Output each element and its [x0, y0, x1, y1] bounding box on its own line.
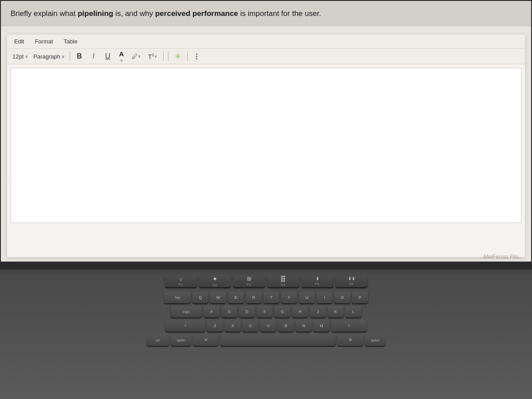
key-n[interactable]: N [296, 320, 312, 332]
highlight-button[interactable]: 🖊 ∨ [129, 51, 144, 62]
menu-table[interactable]: Table [62, 37, 79, 46]
key-shift-l[interactable]: ⇧ [165, 320, 205, 332]
key-l[interactable]: L [345, 306, 361, 317]
key-alt-l[interactable]: option [171, 334, 191, 346]
paragraph-selector[interactable]: Paragraph ∨ [31, 52, 66, 61]
superscript-button[interactable]: T2 ∨ [145, 51, 160, 62]
f1-icon: ☼ [178, 276, 183, 282]
paragraph-value: Paragraph [33, 53, 60, 60]
keyboard-area: ☼ F1 ✦ F2 ⊞ F3 [27, 270, 505, 381]
more-options-button[interactable] [191, 51, 203, 62]
question-bold1: pipelining [78, 9, 113, 18]
key-shift-r[interactable]: ⇧ [331, 320, 367, 332]
paragraph-chevron: ∨ [62, 54, 65, 59]
question-bold2: perceived performance [155, 9, 238, 18]
key-a[interactable]: A [203, 306, 219, 317]
divider-4 [187, 51, 188, 61]
key-k[interactable]: K [328, 306, 344, 317]
key-caps[interactable]: Caps [171, 306, 202, 317]
toolbar: 12pt ∨ Paragraph ∨ B I U [7, 49, 525, 64]
key-row-3: ⇧ Z X C V B N M ⇧ [27, 320, 505, 332]
question-prefix: Briefly explain what [11, 9, 78, 18]
key-row-4: ctrl option ⌘ ⌘ option [27, 334, 505, 346]
key-q[interactable]: Q [192, 292, 208, 303]
f2-icon: ✦ [212, 275, 218, 282]
divider-1 [70, 51, 70, 61]
f3-label: F3 [247, 283, 251, 287]
fn-key-row: ☼ F1 ✦ F2 ⊞ F3 [27, 275, 505, 287]
f5-label: F5 [315, 282, 319, 286]
highlight-chevron: ∨ [138, 54, 141, 59]
key-e[interactable]: E [228, 292, 244, 303]
f6-icon: ⬇⬇ [348, 276, 355, 281]
f4-key[interactable]: F4 [267, 275, 299, 287]
key-d[interactable]: D [239, 306, 255, 317]
menu-bar: Edit Format Table [7, 35, 525, 49]
highlight-icon: 🖊 [132, 53, 138, 60]
key-t[interactable]: T [263, 292, 279, 303]
key-g[interactable]: G [274, 306, 290, 317]
superscript-chevron: ∨ [154, 54, 157, 59]
question-suffix: is important for the user. [238, 9, 321, 18]
key-m[interactable]: M [313, 320, 329, 332]
f2-label: F2 [213, 283, 217, 287]
key-ctrl[interactable]: ctrl [147, 334, 169, 346]
editor-content[interactable] [11, 68, 521, 223]
key-r[interactable]: R [246, 292, 262, 303]
dots-menu-icon [194, 53, 199, 60]
flower-icon: ✳ [174, 51, 181, 61]
ai-button[interactable]: ✳ [172, 51, 184, 62]
f1-label: F1 [179, 282, 183, 286]
f6-label: F6 [349, 282, 353, 286]
bold-button[interactable]: B [73, 51, 86, 62]
key-z[interactable]: Z [207, 320, 223, 332]
key-u[interactable]: U [299, 292, 315, 303]
f4-icon-group [281, 276, 285, 282]
menu-edit[interactable]: Edit [12, 37, 26, 46]
key-o[interactable]: O [334, 292, 350, 303]
f6-key[interactable]: ⬇⬇ F6 [336, 275, 368, 287]
question-middle: is, and why [113, 9, 155, 18]
key-s[interactable]: S [221, 306, 237, 317]
f1-key[interactable]: ☼ F1 [165, 275, 197, 287]
editor-container: Edit Format Table 12pt ∨ Paragraph ∨ B [7, 35, 525, 257]
key-row-1: Tab Q W E R T Y U I O P [27, 292, 505, 303]
divider-2 [163, 51, 164, 61]
laptop-body: ☼ F1 ✦ F2 ⊞ F3 [0, 262, 532, 399]
f3-key[interactable]: ⊞ F3 [233, 275, 265, 287]
font-size-value: 12pt [12, 53, 23, 60]
key-p[interactable]: P [352, 292, 368, 303]
key-b[interactable]: B [278, 320, 294, 332]
italic-button[interactable]: I [87, 51, 100, 62]
key-y[interactable]: Y [281, 292, 297, 303]
key-v[interactable]: V [260, 320, 276, 332]
key-cmd-l[interactable]: ⌘ [193, 334, 219, 346]
f2-key[interactable]: ✦ F2 [199, 275, 231, 287]
key-alt-r[interactable]: option [365, 334, 385, 346]
font-color-letter: A [119, 51, 124, 57]
key-c[interactable]: C [243, 320, 258, 332]
font-color-button[interactable]: A ∨ [116, 51, 127, 62]
key-h[interactable]: H [292, 306, 308, 317]
watermark: MeiFenxu Plu... [483, 253, 523, 260]
key-f[interactable]: F [257, 306, 273, 317]
font-size-selector[interactable]: 12pt ∨ [11, 52, 30, 61]
key-x[interactable]: X [225, 320, 241, 332]
f4-label: F4 [281, 283, 285, 287]
key-i[interactable]: I [317, 292, 332, 303]
key-j[interactable]: J [310, 306, 326, 317]
menu-format[interactable]: Format [33, 37, 55, 46]
key-w[interactable]: W [210, 292, 226, 303]
font-color-chevron: ∨ [120, 58, 123, 63]
underline-button[interactable]: U [102, 51, 114, 62]
superscript-label: T2 [148, 53, 154, 60]
key-tab[interactable]: Tab [164, 292, 191, 303]
f3-icon: ⊞ [247, 276, 251, 282]
key-cmd-r[interactable]: ⌘ [337, 334, 363, 346]
f5-icon: ⬇ [316, 276, 319, 281]
question-bar: Briefly explain what pipelining is, and … [0, 0, 532, 26]
f5-key[interactable]: ⬇ F5 [301, 275, 333, 287]
key-row-2: Caps A S D F G H J K L [27, 306, 505, 317]
screen-area: Briefly explain what pipelining is, and … [0, 0, 532, 266]
key-space[interactable] [220, 334, 336, 346]
